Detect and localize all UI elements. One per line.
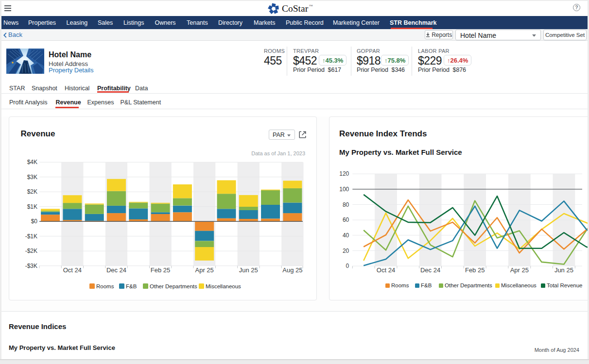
svg-text:Rooms: Rooms bbox=[96, 283, 114, 289]
svg-text:Other Departments: Other Departments bbox=[150, 283, 197, 289]
svg-text:-$3K: -$3K bbox=[25, 263, 37, 269]
svg-text:Total Revenue: Total Revenue bbox=[547, 282, 583, 288]
svg-text:80: 80 bbox=[343, 201, 349, 208]
svg-text:F&B: F&B bbox=[126, 283, 137, 289]
svg-text:Jun 25: Jun 25 bbox=[239, 266, 258, 274]
svg-text:Feb 25: Feb 25 bbox=[465, 266, 485, 274]
svg-text:60: 60 bbox=[343, 216, 349, 223]
svg-text:Jun 25: Jun 25 bbox=[554, 266, 573, 274]
svg-text:$4K: $4K bbox=[27, 159, 37, 165]
svg-text:TM: TM bbox=[309, 4, 313, 7]
svg-text:$2K: $2K bbox=[27, 188, 37, 195]
svg-text:Oct 24: Oct 24 bbox=[63, 266, 82, 274]
svg-text:20: 20 bbox=[343, 248, 349, 254]
svg-text:CoStar: CoStar bbox=[282, 3, 309, 14]
svg-text:Miscellaneous: Miscellaneous bbox=[501, 282, 537, 288]
svg-text:0: 0 bbox=[346, 263, 349, 269]
svg-text:Other Departments: Other Departments bbox=[445, 282, 492, 288]
svg-text:120: 120 bbox=[339, 170, 349, 177]
svg-text:40: 40 bbox=[343, 232, 349, 239]
svg-text:Rooms: Rooms bbox=[391, 282, 409, 288]
svg-text:F&B: F&B bbox=[421, 282, 432, 288]
svg-text:-$1K: -$1K bbox=[25, 233, 37, 240]
svg-text:Oct 24: Oct 24 bbox=[377, 266, 395, 274]
svg-text:Aug 25: Aug 25 bbox=[282, 266, 302, 274]
svg-text:$0: $0 bbox=[31, 218, 38, 225]
svg-text:Dec 24: Dec 24 bbox=[420, 266, 440, 274]
svg-text:100: 100 bbox=[339, 186, 349, 193]
svg-text:Feb 25: Feb 25 bbox=[151, 266, 170, 274]
svg-text:$3K: $3K bbox=[27, 174, 37, 181]
svg-text:-$2K: -$2K bbox=[25, 248, 37, 254]
svg-text:Apr 25: Apr 25 bbox=[195, 266, 214, 274]
svg-text:Apr 25: Apr 25 bbox=[510, 266, 529, 274]
svg-text:Dec 24: Dec 24 bbox=[106, 266, 126, 274]
svg-text:$1K: $1K bbox=[27, 203, 37, 210]
svg-text:Miscellaneous: Miscellaneous bbox=[206, 283, 241, 289]
